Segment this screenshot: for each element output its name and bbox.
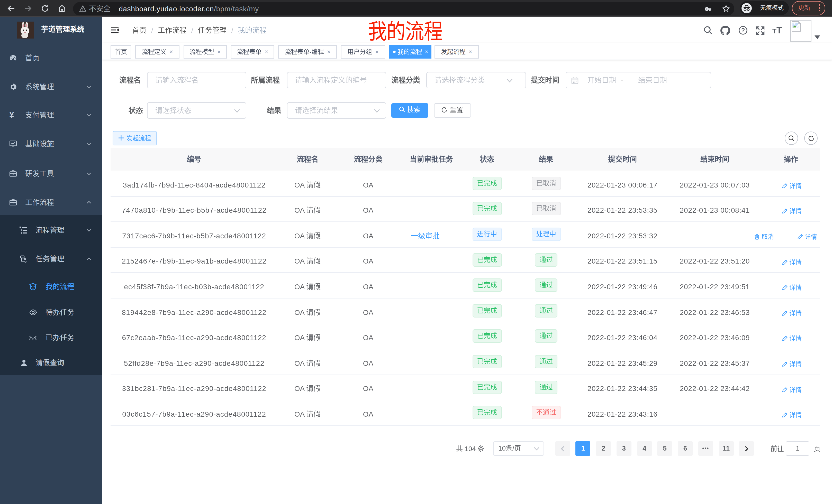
- svg-text:T: T: [777, 26, 782, 35]
- svg-text:T: T: [772, 27, 777, 35]
- svg-text:?: ?: [741, 27, 745, 34]
